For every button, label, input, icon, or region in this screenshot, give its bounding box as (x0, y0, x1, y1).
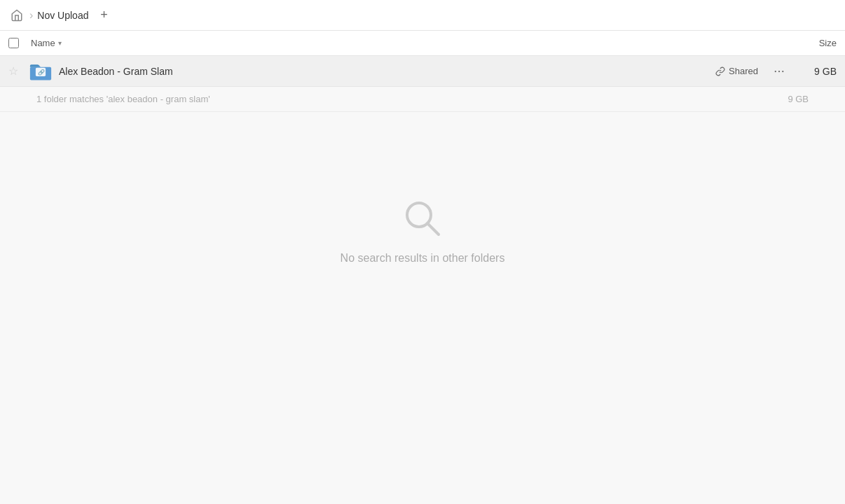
header-checkbox[interactable] (8, 38, 31, 48)
match-size: 9 GB (767, 94, 809, 104)
breadcrumb-bar: › Nov Upload + (0, 0, 845, 31)
svg-point-5 (782, 70, 783, 71)
match-text: 1 folder matches 'alex beadon - gram sla… (36, 94, 767, 104)
svg-line-7 (427, 223, 439, 234)
shared-badge: Shared (715, 66, 758, 76)
no-results-icon (400, 196, 445, 241)
name-column-label: Name (31, 38, 55, 48)
folder-icon-container: 🔗 (28, 59, 53, 84)
size-column-header: Size (781, 38, 837, 48)
add-tab-button[interactable]: + (94, 6, 114, 25)
shared-label: Shared (729, 66, 758, 76)
match-info-row: 1 folder matches 'alex beadon - gram sla… (0, 87, 845, 112)
star-icon[interactable]: ☆ (8, 64, 25, 78)
file-row[interactable]: ☆ 🔗 Alex Beadon - Gram Slam Shared 9 GB (0, 56, 845, 87)
svg-point-3 (775, 70, 776, 71)
breadcrumb-separator: › (29, 9, 33, 22)
svg-point-4 (778, 70, 780, 71)
ellipsis-icon (773, 65, 785, 78)
name-column-header[interactable]: Name ▾ (31, 38, 781, 48)
no-results-message: No search results in other folders (341, 252, 505, 265)
more-options-button[interactable] (769, 62, 789, 81)
empty-state: No search results in other folders (0, 112, 845, 265)
column-header-row: Name ▾ Size (0, 31, 845, 56)
sort-icon: ▾ (58, 39, 62, 47)
file-name: Alex Beadon - Gram Slam (59, 66, 715, 77)
svg-text:🔗: 🔗 (38, 69, 45, 76)
home-icon[interactable] (8, 7, 25, 24)
link-icon (715, 66, 725, 76)
folder-icon: 🔗 (29, 62, 52, 81)
file-size: 9 GB (795, 66, 837, 77)
select-all-checkbox[interactable] (8, 38, 19, 48)
breadcrumb-current-folder[interactable]: Nov Upload (37, 10, 88, 21)
